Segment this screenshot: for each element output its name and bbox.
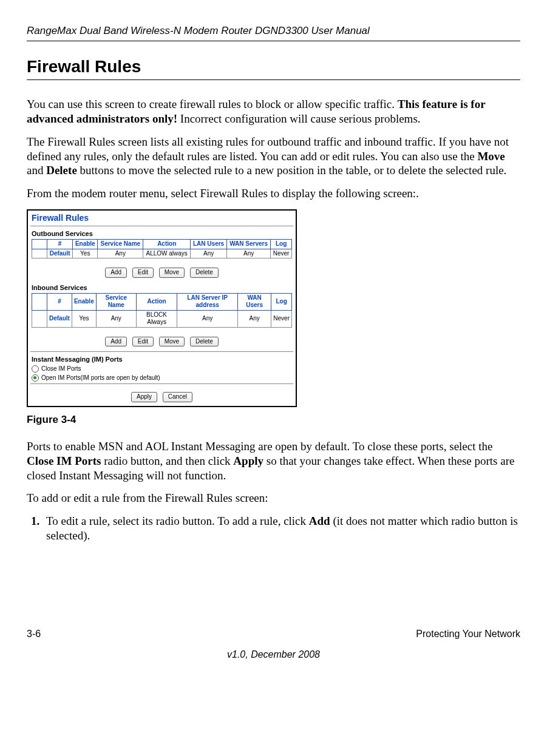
- text: Incorrect configuration will cause serio…: [177, 112, 420, 125]
- panel-title: Firewall Rules: [28, 211, 296, 225]
- inbound-table: # Enable Service Name Action LAN Server …: [32, 293, 292, 328]
- move-button[interactable]: Move: [159, 337, 185, 347]
- close-im-ports-option[interactable]: Close IM Ports: [28, 365, 296, 374]
- text: and: [27, 164, 46, 177]
- cell: Yes: [73, 249, 98, 258]
- table-header-row: # Enable Service Name Action LAN Server …: [32, 293, 292, 310]
- cell: Any: [96, 310, 136, 327]
- cell: Any: [98, 249, 143, 258]
- panel-divider: [30, 351, 293, 352]
- radio-icon: [32, 365, 39, 373]
- doc-version: v1.0, December 2008: [27, 649, 520, 661]
- text: radio button, and then click: [101, 454, 233, 467]
- col-lan-ip: LAN Server IP address: [177, 293, 238, 310]
- running-header: RangeMax Dual Band Wireless-N Modem Rout…: [27, 24, 520, 37]
- apply-button[interactable]: Apply: [131, 392, 157, 402]
- col-radio: [32, 240, 47, 249]
- col-action: Action: [143, 240, 191, 249]
- cell: ALLOW always: [143, 249, 191, 258]
- edit-button[interactable]: Edit: [132, 337, 154, 347]
- cell: Any: [191, 249, 227, 258]
- text: You can use this screen to create firewa…: [27, 98, 398, 110]
- add-button[interactable]: Add: [105, 337, 127, 347]
- steps-list: To edit a rule, select its radio button.…: [27, 514, 520, 543]
- im-heading: Instant Messaging (IM) Ports: [28, 353, 296, 365]
- page-number: 3-6: [27, 628, 41, 640]
- col-radio: [32, 293, 47, 310]
- cancel-button[interactable]: Cancel: [163, 392, 192, 402]
- text: Ports to enable MSN and AOL Instant Mess…: [27, 440, 492, 453]
- panel-divider: [30, 383, 293, 384]
- radio-label: Open IM Ports(IM ports are open by defau…: [41, 374, 160, 382]
- text-bold: Add: [309, 515, 330, 527]
- paragraph-2: The Firewall Rules screen lists all exis…: [27, 135, 520, 178]
- panel-divider: [30, 226, 293, 226]
- im-buttons: Apply Cancel: [28, 385, 296, 406]
- radio-label: Close IM Ports: [41, 365, 81, 373]
- cell: Never: [271, 249, 292, 258]
- paragraph-3: From the modem router menu, select Firew…: [27, 186, 520, 201]
- col-wan: WAN Servers: [227, 240, 271, 249]
- col-lan: LAN Users: [191, 240, 227, 249]
- delete-button[interactable]: Delete: [190, 268, 219, 278]
- col-service: Service Name: [98, 240, 143, 249]
- text-bold: Move: [477, 150, 505, 163]
- col-enable: Enable: [72, 293, 96, 310]
- cell: Default: [47, 249, 73, 258]
- col-num: #: [47, 240, 73, 249]
- cell: Default: [47, 310, 72, 327]
- col-service: Service Name: [96, 293, 136, 310]
- paragraph-5: To add or edit a rule from the Firewall …: [27, 491, 520, 505]
- delete-button[interactable]: Delete: [190, 337, 219, 347]
- text: To edit a rule, select its radio button.…: [46, 515, 309, 527]
- add-button[interactable]: Add: [105, 268, 127, 278]
- text-bold: Apply: [233, 454, 263, 467]
- col-log: Log: [271, 240, 292, 249]
- cell: Any: [227, 249, 271, 258]
- cell: Never: [271, 310, 292, 327]
- text: buttons to move the selected rule to a n…: [77, 164, 507, 177]
- col-num: #: [47, 293, 72, 310]
- col-enable: Enable: [73, 240, 98, 249]
- edit-button[interactable]: Edit: [132, 268, 154, 278]
- paragraph-1: You can use this screen to create firewa…: [27, 97, 520, 126]
- open-im-ports-option[interactable]: Open IM Ports(IM ports are open by defau…: [28, 374, 296, 383]
- table-row: Default Yes Any BLOCK Always Any Any Nev…: [32, 310, 292, 327]
- cell: Yes: [72, 310, 96, 327]
- page-footer: 3-6 Protecting Your Network v1.0, Decemb…: [27, 628, 520, 661]
- col-log: Log: [271, 293, 292, 310]
- cell: BLOCK Always: [136, 310, 177, 327]
- figure-firewall-rules: Firewall Rules Outbound Services # Enabl…: [27, 209, 297, 407]
- table-row: Default Yes Any ALLOW always Any Any Nev…: [32, 249, 292, 258]
- outbound-heading: Outbound Services: [28, 228, 296, 239]
- text-bold: Close IM Ports: [27, 454, 101, 467]
- inbound-buttons: Add Edit Move Delete: [28, 330, 296, 351]
- cell: [32, 249, 47, 258]
- table-header-row: # Enable Service Name Action LAN Users W…: [32, 240, 292, 249]
- paragraph-4: Ports to enable MSN and AOL Instant Mess…: [27, 439, 520, 482]
- move-button[interactable]: Move: [159, 268, 185, 278]
- text: The Firewall Rules screen lists all exis…: [27, 135, 509, 163]
- col-wan: WAN Users: [238, 293, 271, 310]
- chapter-title: Protecting Your Network: [416, 628, 520, 640]
- text-bold: Delete: [46, 164, 77, 177]
- cell: [32, 310, 47, 327]
- cell: Any: [177, 310, 238, 327]
- section-heading-rule: [27, 79, 520, 80]
- outbound-table: # Enable Service Name Action LAN Users W…: [32, 239, 292, 258]
- cell: Any: [238, 310, 271, 327]
- col-action: Action: [136, 293, 177, 310]
- list-item: To edit a rule, select its radio button.…: [42, 514, 520, 543]
- figure-caption: Figure 3-4: [27, 413, 520, 426]
- inbound-heading: Inbound Services: [28, 282, 296, 293]
- outbound-buttons: Add Edit Move Delete: [28, 261, 296, 282]
- radio-icon: [32, 374, 39, 382]
- section-heading: Firewall Rules: [27, 56, 520, 77]
- header-rule: [27, 41, 520, 41]
